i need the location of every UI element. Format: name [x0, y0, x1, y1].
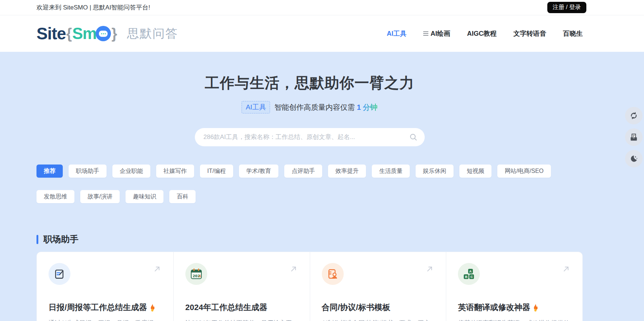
- svg-text:4: 4: [198, 274, 201, 278]
- card-title: 日报/周报等工作总结生成器: [49, 302, 147, 313]
- logo-brace-right: }: [111, 26, 117, 42]
- open-arrow-icon[interactable]: [153, 264, 162, 273]
- open-arrow-icon[interactable]: [289, 264, 298, 273]
- tag-enterprise[interactable]: 企业职能: [112, 165, 150, 178]
- card-description: 让2024年工作总结更简单，只需输入工作内容和岗位，AI帮你生成工作总结: [185, 318, 298, 321]
- tag-encyclopedia[interactable]: 百科: [169, 190, 196, 203]
- search-icon[interactable]: [409, 133, 417, 141]
- tag-review[interactable]: 点评助手: [284, 165, 322, 178]
- tool-card[interactable]: A BC 英语翻译或修改神器 将其他语言翻译为英语，或改进你提供的英语句子，提升…: [446, 252, 582, 321]
- tag-it-coding[interactable]: IT/编程: [200, 165, 233, 178]
- card-description: AI制作标准合同/协议/标书，要求：双方信息、合同内容、终止条款等: [322, 318, 435, 321]
- card-description: 将其他语言翻译为英语，或改进你提供的英语句子，提升工作效率: [458, 318, 571, 321]
- topbar: 欢迎来到 SiteSMO | 思默AI智能问答平台! 注册 / 登录: [0, 0, 644, 15]
- tag-fun-facts[interactable]: 趣味知识: [126, 190, 163, 203]
- card-title: 2024年工作总结生成器: [185, 302, 267, 313]
- nav-aigc-tutorial[interactable]: AIGC教程: [467, 29, 497, 38]
- tool-card[interactable]: 合同/协议/标书模板 AI制作标准合同/协议/标书，要求：双方信息、合同内容、终…: [310, 252, 446, 321]
- nav-ai-tools[interactable]: AI工具: [387, 29, 406, 38]
- section-header: 职场助手: [36, 233, 583, 245]
- tag-academic[interactable]: 学术/教育: [239, 165, 278, 178]
- nav-baixiaosheng[interactable]: 百晓生: [563, 29, 583, 38]
- tag-story-speech[interactable]: 故事/演讲: [80, 190, 120, 203]
- main-nav: AI工具 AI绘画 AIGC教程 文字转语音 百晓生: [387, 29, 583, 38]
- tag-workplace[interactable]: 职场助手: [69, 165, 107, 178]
- welcome-text: 欢迎来到 SiteSMO | 思默AI智能问答平台!: [36, 3, 150, 12]
- card-description: 通过AI生成日报、周报、月报、季度报，让工作报告更简单，大大提升效率: [49, 318, 162, 321]
- hero-subtitle-text: 智能创作高质量内容仅需 1 分钟: [274, 103, 377, 112]
- logo-site-text: Site: [36, 24, 66, 43]
- dark-mode-moon-icon[interactable]: [625, 150, 643, 167]
- hero-title: 工作与生活，思默助你一臂之力: [36, 73, 583, 93]
- card-title: 英语翻译或修改神器: [458, 302, 530, 313]
- section-title: 职场助手: [43, 233, 78, 245]
- menu-icon: [423, 31, 428, 36]
- fire-icon: [149, 303, 156, 312]
- nav-ai-painting-label: AI绘画: [431, 29, 450, 38]
- logo-brand-cn: 思默问答: [127, 26, 178, 42]
- filter-tags: 推荐 职场助手 企业职能 社媒写作 IT/编程 学术/教育 点评助手 效率提升 …: [36, 165, 583, 203]
- tag-social-writing[interactable]: 社媒写作: [156, 165, 194, 178]
- hero-subtitle-row: AI工具 智能创作高质量内容仅需 1 分钟: [36, 101, 583, 113]
- search-input[interactable]: [204, 134, 409, 141]
- nav-ai-painting[interactable]: AI绘画: [423, 29, 450, 38]
- section-accent-bar: [36, 235, 38, 244]
- open-arrow-icon[interactable]: [425, 264, 434, 273]
- header: Site { Sm } 思默问答 AI工具 AI绘画 AIGC教程 文字转语音 …: [0, 15, 644, 52]
- tag-recommended[interactable]: 推荐: [36, 165, 63, 178]
- tag-life-quality[interactable]: 生活质量: [372, 165, 410, 178]
- site-logo[interactable]: Site { Sm } 思默问答: [36, 24, 178, 43]
- document-edit-icon: [49, 263, 70, 285]
- card-title: 合同/协议/标书模板: [322, 302, 390, 313]
- ai-tools-badge[interactable]: AI工具: [242, 101, 270, 113]
- tag-website-ecom-seo[interactable]: 网站/电商/SEO: [497, 165, 551, 178]
- calendar-2024-icon: 202 4: [185, 263, 207, 285]
- logo-chat-bubble-icon: [96, 26, 111, 41]
- abc-blocks-icon: A BC: [458, 263, 480, 285]
- highlight-number: 1: [357, 103, 361, 111]
- logo-brace-left: {: [66, 26, 72, 42]
- register-login-button[interactable]: 注册 / 登录: [547, 2, 586, 13]
- highlight-unit: 分钟: [363, 103, 378, 111]
- tag-efficiency[interactable]: 效率提升: [328, 165, 366, 178]
- tag-divergent-thinking[interactable]: 发散思维: [36, 190, 74, 203]
- tool-card[interactable]: 日报/周报等工作总结生成器 通过AI生成日报、周报、月报、季度报，让工作报告更简…: [37, 252, 173, 321]
- logo-smo-text: Sm: [72, 24, 96, 43]
- floating-toolbar: [625, 107, 643, 167]
- nav-text-to-speech[interactable]: 文字转语音: [513, 29, 546, 38]
- inbox-doc-icon[interactable]: [625, 128, 643, 146]
- search-bar: [195, 128, 425, 146]
- refresh-icon[interactable]: [625, 107, 643, 124]
- main-content: 工作与生活，思默助你一臂之力 AI工具 智能创作高质量内容仅需 1 分钟 推荐 …: [36, 52, 583, 321]
- tool-card[interactable]: 202 4 2024年工作总结生成器 让2024年工作总结更简单，只需输入工作内…: [173, 252, 310, 321]
- tag-entertainment[interactable]: 娱乐休闲: [416, 165, 454, 178]
- tag-short-video[interactable]: 短视频: [459, 165, 491, 178]
- contract-icon: [322, 263, 344, 285]
- tool-cards-grid: 日报/周报等工作总结生成器 通过AI生成日报、周报、月报、季度报，让工作报告更简…: [36, 252, 583, 321]
- fire-icon: [532, 303, 539, 312]
- open-arrow-icon[interactable]: [562, 264, 571, 273]
